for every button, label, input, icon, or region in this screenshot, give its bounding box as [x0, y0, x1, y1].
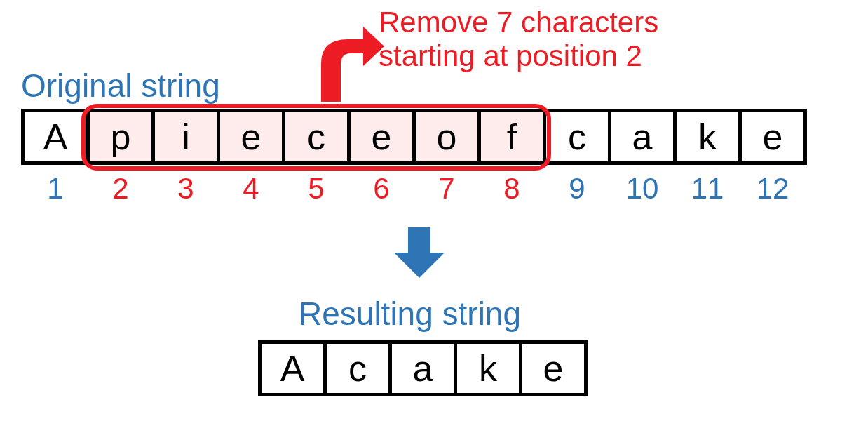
index-label: 2 [86, 172, 155, 206]
original-cell: e [347, 109, 416, 165]
original-cell: p [86, 109, 155, 165]
result-cell: k [454, 340, 522, 396]
index-label: 9 [543, 172, 611, 206]
original-cell: o [412, 109, 481, 165]
result-cell: e [519, 340, 588, 396]
original-string-label: Original string [21, 67, 220, 105]
original-cell: c [543, 109, 611, 165]
result-cell: a [388, 340, 457, 396]
index-label: 11 [673, 172, 742, 206]
original-cell: c [282, 109, 351, 165]
original-cell: k [673, 109, 742, 165]
resulting-string-row: Acake [258, 340, 584, 396]
result-cell: c [323, 340, 392, 396]
original-cell: e [738, 109, 807, 165]
index-label: 7 [412, 172, 481, 206]
index-label: 8 [477, 172, 546, 206]
index-label: 10 [608, 172, 677, 206]
resulting-string-label: Resulting string [299, 295, 521, 333]
index-label: 12 [738, 172, 807, 206]
index-label: 6 [347, 172, 416, 206]
index-label: 3 [151, 172, 220, 206]
index-label: 5 [282, 172, 351, 206]
red-curved-arrow-icon [301, 14, 386, 105]
index-label: 1 [21, 172, 90, 206]
original-cell: A [21, 109, 90, 165]
original-cell: a [608, 109, 677, 165]
original-cell: f [477, 109, 546, 165]
callout-line1: Remove 7 characters [379, 6, 658, 39]
callout-line2: starting at position 2 [379, 39, 642, 72]
original-cell: e [217, 109, 285, 165]
blue-down-arrow-icon [391, 225, 447, 281]
index-label: 4 [217, 172, 285, 206]
original-cell: i [151, 109, 220, 165]
original-string-row: Apieceofcake [21, 109, 803, 165]
result-cell: A [258, 340, 327, 396]
callout-text: Remove 7 characters starting at position… [379, 6, 658, 74]
index-row: 123456789101112 [21, 172, 803, 206]
